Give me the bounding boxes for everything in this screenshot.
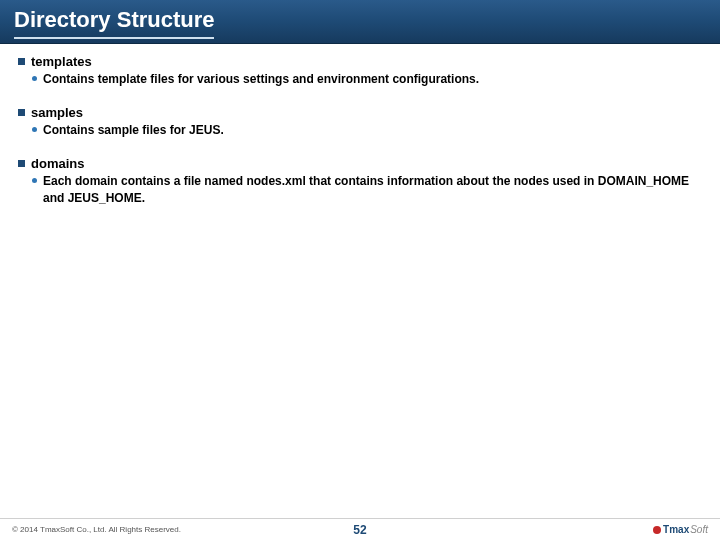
section-desc: Contains sample files for JEUS. — [43, 122, 224, 138]
section-title: templates — [31, 54, 92, 69]
section-templates: templates Contains template files for va… — [18, 54, 702, 87]
dot-bullet-icon — [32, 127, 37, 132]
slide-content: templates Contains template files for va… — [0, 44, 720, 206]
section-desc: Contains template files for various sett… — [43, 71, 479, 87]
company-logo: TmaxSoft — [653, 524, 708, 535]
section-bullet-row: Contains sample files for JEUS. — [18, 122, 702, 138]
slide-footer: © 2014 TmaxSoft Co., Ltd. All Rights Res… — [0, 518, 720, 540]
section-heading: samples — [18, 105, 702, 120]
title-underline — [14, 37, 214, 39]
logo-red-dot-icon — [653, 526, 661, 534]
logo-main-text: Tmax — [663, 524, 689, 535]
dot-bullet-icon — [32, 178, 37, 183]
section-bullet-row: Each domain contains a file named nodes.… — [18, 173, 702, 205]
slide-header: Directory Structure — [0, 0, 720, 44]
copyright-text: © 2014 TmaxSoft Co., Ltd. All Rights Res… — [12, 525, 653, 534]
page-number: 52 — [353, 523, 366, 537]
square-bullet-icon — [18, 160, 25, 167]
section-heading: domains — [18, 156, 702, 171]
square-bullet-icon — [18, 109, 25, 116]
section-samples: samples Contains sample files for JEUS. — [18, 105, 702, 138]
section-heading: templates — [18, 54, 702, 69]
section-bullet-row: Contains template files for various sett… — [18, 71, 702, 87]
square-bullet-icon — [18, 58, 25, 65]
section-title: domains — [31, 156, 84, 171]
section-desc: Each domain contains a file named nodes.… — [43, 173, 702, 205]
logo-sub-text: Soft — [690, 524, 708, 535]
section-domains: domains Each domain contains a file name… — [18, 156, 702, 205]
section-title: samples — [31, 105, 83, 120]
slide-title: Directory Structure — [14, 8, 706, 32]
dot-bullet-icon — [32, 76, 37, 81]
